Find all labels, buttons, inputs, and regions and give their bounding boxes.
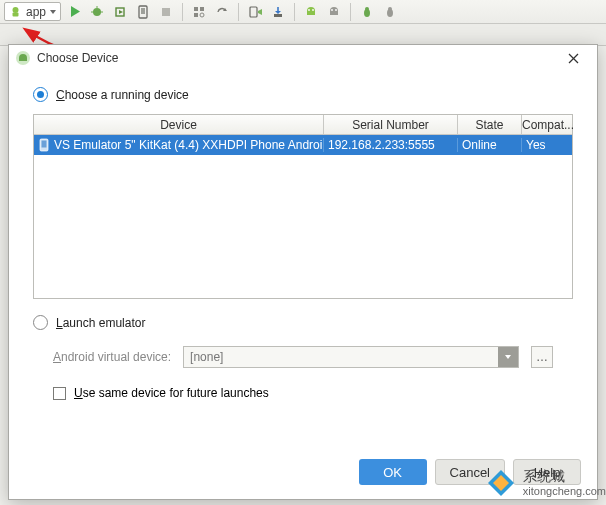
col-header-compat[interactable]: Compat...	[522, 115, 574, 134]
cell-state: Online	[458, 138, 522, 152]
debug-button[interactable]	[87, 2, 107, 22]
android-device-monitor-button[interactable]	[324, 2, 344, 22]
col-header-device[interactable]: Device	[34, 115, 324, 134]
svg-point-27	[365, 7, 369, 11]
svg-rect-1	[13, 13, 19, 17]
svg-point-15	[200, 13, 204, 17]
choose-device-dialog: Choose Device Choose a running device De…	[8, 44, 598, 500]
chevron-down-icon	[50, 10, 56, 14]
svg-rect-14	[194, 13, 198, 17]
table-row[interactable]: VS Emulator 5" KitKat (4.4) XXHDPI Phone…	[34, 135, 572, 155]
chevron-down-icon	[505, 355, 511, 359]
attach-debugger-button[interactable]	[110, 2, 130, 22]
cell-device: VS Emulator 5" KitKat (4.4) XXHDPI Phone…	[34, 138, 324, 152]
svg-point-3	[93, 8, 101, 16]
stop-button[interactable]	[156, 2, 176, 22]
editor-tab-strip	[0, 24, 606, 46]
run-config-label: app	[26, 5, 46, 19]
svg-point-25	[335, 9, 337, 11]
sync-gradle-button[interactable]	[212, 2, 232, 22]
memory-monitor-button[interactable]	[357, 2, 377, 22]
radio-icon	[33, 315, 48, 330]
radio-icon	[33, 87, 48, 102]
cell-serial: 192.168.2.233:5555	[324, 138, 458, 152]
svg-marker-8	[119, 10, 123, 14]
toolbar-separator	[238, 3, 239, 21]
svg-rect-10	[141, 8, 145, 14]
col-header-state[interactable]: State	[458, 115, 522, 134]
radio-label: Choose a running device	[56, 88, 189, 102]
cpu-monitor-button[interactable]	[380, 2, 400, 22]
android-studio-icon	[15, 50, 31, 66]
android-monitor-button[interactable]	[301, 2, 321, 22]
project-structure-button[interactable]	[189, 2, 209, 22]
table-header: Device Serial Number State Compat...	[34, 115, 572, 135]
avd-manager-button[interactable]	[245, 2, 265, 22]
svg-rect-17	[250, 7, 257, 17]
cancel-button[interactable]: Cancel	[435, 459, 505, 485]
avd-row: Android virtual device: [none] …	[53, 346, 553, 368]
table-body: VS Emulator 5" KitKat (4.4) XXHDPI Phone…	[34, 135, 572, 298]
sdk-manager-button[interactable]	[268, 2, 288, 22]
select-device-button[interactable]	[133, 2, 153, 22]
toolbar-separator	[294, 3, 295, 21]
dialog-title: Choose Device	[37, 51, 118, 65]
close-button[interactable]	[555, 47, 591, 69]
ellipsis-icon: …	[536, 350, 548, 364]
cell-compat: Yes	[522, 138, 572, 152]
use-same-device-checkbox[interactable]: Use same device for future launches	[53, 386, 553, 400]
avd-manage-button[interactable]: …	[531, 346, 553, 368]
svg-point-29	[388, 7, 392, 11]
radio-launch-emulator[interactable]: Launch emulator	[33, 315, 573, 330]
run-config-combo[interactable]: app	[4, 2, 61, 21]
svg-point-22	[308, 9, 310, 11]
toolbar-separator	[182, 3, 183, 21]
dialog-body: Choose a running device Device Serial Nu…	[9, 71, 597, 449]
avd-select-value: [none]	[184, 350, 229, 364]
device-table[interactable]: Device Serial Number State Compat... VS …	[33, 114, 573, 299]
avd-label: Android virtual device:	[53, 350, 171, 364]
toolbar-separator	[350, 3, 351, 21]
svg-marker-21	[275, 11, 281, 14]
svg-rect-19	[274, 14, 282, 17]
svg-point-23	[312, 9, 314, 11]
ide-toolbar: app	[0, 0, 606, 24]
run-button[interactable]	[64, 2, 84, 22]
radio-label: Launch emulator	[56, 316, 145, 330]
svg-point-0	[13, 7, 19, 13]
checkbox-label: Use same device for future launches	[74, 386, 269, 400]
svg-point-24	[331, 9, 333, 11]
close-icon	[568, 53, 579, 64]
avd-select-dropdown-button[interactable]	[498, 347, 518, 367]
ok-button[interactable]: OK	[359, 459, 427, 485]
svg-marker-2	[71, 6, 80, 17]
dialog-footer: OK Cancel Help	[9, 449, 597, 499]
phone-icon	[38, 138, 50, 152]
avd-select[interactable]: [none]	[183, 346, 519, 368]
radio-choose-running-device[interactable]: Choose a running device	[33, 87, 573, 102]
col-header-serial[interactable]: Serial Number	[324, 115, 458, 134]
svg-rect-11	[162, 8, 170, 16]
help-button[interactable]: Help	[513, 459, 581, 485]
checkbox-icon	[53, 387, 66, 400]
svg-rect-13	[200, 7, 204, 11]
svg-rect-35	[42, 141, 47, 148]
svg-marker-18	[258, 9, 262, 15]
svg-rect-12	[194, 7, 198, 11]
dialog-titlebar: Choose Device	[9, 45, 597, 71]
